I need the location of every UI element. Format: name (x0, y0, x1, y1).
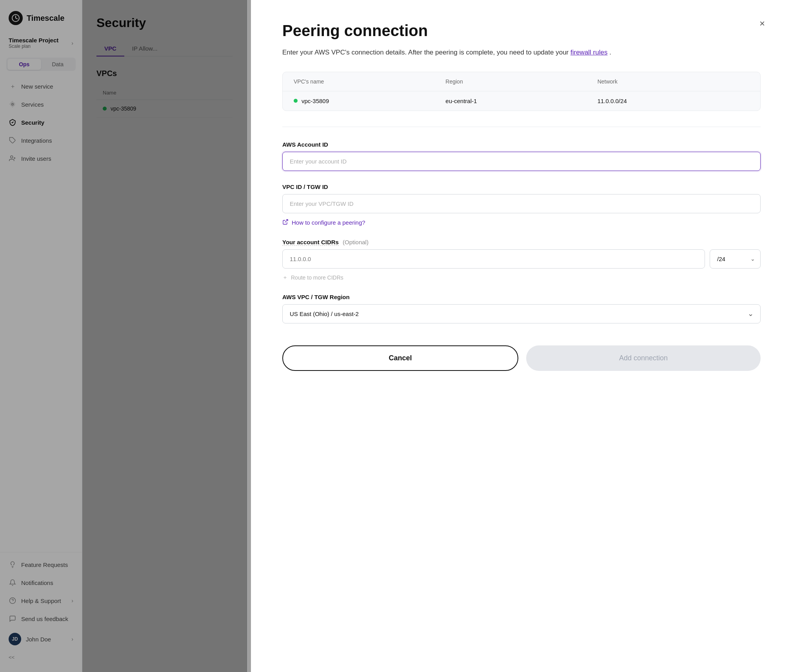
vpc-tgw-id-group: VPC ID / TGW ID How to configure a peeri… (282, 183, 761, 226)
aws-account-id-input[interactable] (282, 152, 761, 171)
vpc-info-table: VPC's name Region Network vpc-35809 eu-c… (282, 72, 761, 111)
add-connection-button[interactable]: Add connection (526, 345, 761, 371)
vpc-active-dot (294, 99, 298, 103)
col-region: Region (445, 78, 597, 85)
vpc-info-network: 11.0.0.0/24 (598, 98, 749, 104)
vpc-tgw-id-label: VPC ID / TGW ID (282, 183, 761, 190)
close-button[interactable]: × (754, 16, 770, 31)
route-more-label: Route to more CIDRs (291, 274, 343, 281)
vpc-info-name-text: vpc-35809 (302, 98, 329, 104)
vpc-info-header: VPC's name Region Network (283, 72, 760, 91)
col-vpc-name: VPC's name (294, 78, 445, 85)
configure-peering-link[interactable]: How to configure a peering? (282, 219, 761, 226)
region-group: AWS VPC / TGW Region US East (Ohio) / us… (282, 294, 761, 323)
cidr-subnet-select-wrapper: /24 /16 /17 /18 /19 /20 /21 /22 /23 /25 … (710, 249, 761, 269)
form-divider (282, 127, 761, 127)
close-icon: × (759, 18, 765, 29)
vpc-info-row: vpc-35809 eu-central-1 11.0.0.0/24 (283, 91, 760, 111)
modal-title: Peering connection (282, 22, 761, 40)
peering-connection-modal: × Peering connection Enter your AWS VPC'… (251, 0, 792, 672)
cancel-button[interactable]: Cancel (282, 345, 518, 371)
region-select-wrapper: US East (Ohio) / us-east-2 US East (N. V… (282, 304, 761, 323)
svg-line-10 (285, 220, 288, 222)
cidr-ip-input[interactable] (282, 249, 705, 269)
cidr-group: Your account CIDRs (Optional) /24 /16 /1… (282, 239, 761, 281)
cidr-label: Your account CIDRs (Optional) (282, 239, 761, 245)
plus-circle-icon: ＋ (282, 274, 288, 281)
configure-peering-label: How to configure a peering? (292, 219, 365, 226)
aws-account-id-label: AWS Account ID (282, 141, 761, 148)
aws-account-id-group: AWS Account ID (282, 141, 761, 171)
cidr-subnet-select[interactable]: /24 /16 /17 /18 /19 /20 /21 /22 /23 /25 … (710, 249, 761, 269)
region-label: AWS VPC / TGW Region (282, 294, 761, 300)
vpc-info-region: eu-central-1 (445, 98, 597, 104)
firewall-rules-link[interactable]: firewall rules (570, 49, 607, 56)
vpc-info-name-cell: vpc-35809 (294, 98, 445, 104)
modal-description: Enter your AWS VPC's connection details.… (282, 47, 761, 58)
col-network: Network (598, 78, 749, 85)
vpc-tgw-id-input[interactable] (282, 194, 761, 213)
region-select[interactable]: US East (Ohio) / us-east-2 US East (N. V… (282, 304, 761, 323)
route-more-cidrs-button[interactable]: ＋ Route to more CIDRs (282, 274, 761, 281)
cidr-row: /24 /16 /17 /18 /19 /20 /21 /22 /23 /25 … (282, 249, 761, 269)
modal-footer: Cancel Add connection (282, 345, 761, 387)
external-link-icon (282, 219, 289, 226)
